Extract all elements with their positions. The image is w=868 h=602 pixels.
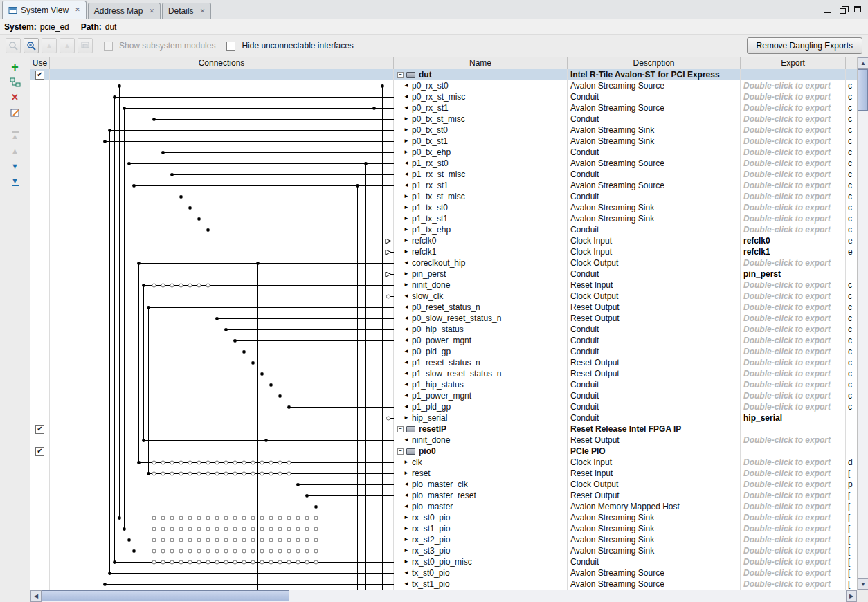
interface-row[interactable]: ◄p1_slow_reset_status_nReset OutputDoubl…	[30, 368, 857, 379]
export-cell[interactable]	[741, 446, 846, 457]
export-cell[interactable]: pin_perst	[741, 268, 846, 280]
connections-cell[interactable]	[50, 435, 394, 446]
name-cell[interactable]: ►refclk1	[394, 246, 568, 257]
connections-cell[interactable]	[50, 257, 394, 268]
export-cell[interactable]: Double-click to export	[741, 468, 846, 479]
name-cell[interactable]: ◄pio_master_clk	[394, 479, 568, 490]
interface-row[interactable]: ►p1_tx_st_miscConduitDouble-click to exp…	[30, 191, 857, 202]
horizontal-scroll-track[interactable]	[42, 590, 846, 602]
connections-cell[interactable]	[50, 169, 394, 180]
connections-cell[interactable]	[50, 346, 394, 357]
export-cell[interactable]	[741, 423, 846, 435]
move-top-button[interactable]: ▲	[6, 129, 24, 143]
move-up-button[interactable]: ▲	[6, 144, 24, 158]
connections-cell[interactable]	[50, 180, 394, 191]
interface-row[interactable]: ►refclk0Clock Inputrefclk0e	[30, 235, 857, 246]
interface-row[interactable]: ►ninit_doneReset InputDouble-click to ex…	[30, 280, 857, 291]
tab-close-icon[interactable]: ✕	[200, 8, 206, 15]
interface-row[interactable]: ◄p0_hip_statusConduitDouble-click to exp…	[30, 324, 857, 335]
export-cell[interactable]: Double-click to export	[741, 102, 846, 113]
interface-row[interactable]: ◄p0_rx_st0Avalon Streaming SourceDouble-…	[30, 80, 857, 91]
connections-cell[interactable]	[50, 578, 394, 590]
export-cell[interactable]: Double-click to export	[741, 556, 846, 567]
export-cell[interactable]: Double-click to export	[741, 346, 846, 357]
connections-cell[interactable]	[50, 335, 394, 346]
name-cell[interactable]: ◄p0_rx_st1	[394, 102, 568, 113]
connections-cell[interactable]	[50, 235, 394, 246]
name-cell[interactable]: ◄p0_reset_status_n	[394, 302, 568, 313]
export-cell[interactable]: Double-click to export	[741, 80, 846, 91]
minimize-icon[interactable]	[824, 12, 831, 13]
interface-row[interactable]: ◄p1_rx_st0Avalon Streaming SourceDouble-…	[30, 158, 857, 169]
export-cell[interactable]: Double-click to export	[741, 313, 846, 324]
collapse-toggle-icon[interactable]	[397, 426, 404, 432]
name-cell[interactable]: ►hip_serial	[394, 412, 568, 423]
name-cell[interactable]: ◄slow_clk	[394, 291, 568, 302]
export-cell[interactable]: Double-click to export	[741, 213, 846, 224]
name-cell[interactable]: ►p0_tx_st1	[394, 136, 568, 147]
tab-details[interactable]: Details ✕	[162, 3, 211, 19]
interface-row[interactable]: ◄p0_reset_status_nReset OutputDouble-cli…	[30, 302, 857, 313]
show-subsystem-checkbox[interactable]	[104, 42, 113, 51]
connections-cell[interactable]	[50, 246, 394, 257]
tab-close-icon[interactable]: ✕	[75, 7, 80, 13]
connections-cell[interactable]	[50, 357, 394, 368]
export-cell[interactable]: Double-click to export	[741, 257, 846, 268]
connections-cell[interactable]	[50, 291, 394, 302]
export-cell[interactable]: Double-click to export	[741, 280, 846, 291]
interface-row[interactable]: ►rx_st2_pioAvalon Streaming SinkDouble-c…	[30, 534, 857, 545]
interface-row[interactable]: ◄p1_rx_st_miscConduitDouble-click to exp…	[30, 169, 857, 180]
export-cell[interactable]: Double-click to export	[741, 202, 846, 213]
interface-row[interactable]: ►clkClock InputDouble-click to exportd	[30, 457, 857, 468]
name-cell[interactable]: ◄tx_st0_pio	[394, 567, 568, 578]
interface-row[interactable]: ►p1_tx_st1Avalon Streaming SinkDouble-cl…	[30, 213, 857, 224]
connections-cell[interactable]	[50, 446, 394, 457]
connections-cell[interactable]	[50, 490, 394, 501]
interface-row[interactable]: ►hip_serialConduithip_serial	[30, 412, 857, 423]
interface-row[interactable]: ◄p0_slow_reset_status_nReset OutputDoubl…	[30, 313, 857, 324]
export-cell[interactable]: Double-click to export	[741, 224, 846, 235]
interface-row[interactable]: ◄tx_st0_pioAvalon Streaming SourceDouble…	[30, 567, 857, 578]
interface-row[interactable]: ◄p1_hip_statusConduitDouble-click to exp…	[30, 379, 857, 390]
edit-export-button[interactable]	[6, 105, 24, 120]
export-cell[interactable]: Double-click to export	[741, 512, 846, 523]
name-cell[interactable]: ►rx_st0_pio_misc	[394, 556, 568, 567]
connections-cell[interactable]	[50, 125, 394, 136]
name-cell[interactable]: ►p1_tx_st1	[394, 213, 568, 224]
filter-button[interactable]	[78, 38, 93, 53]
hide-unconnectable-checkbox[interactable]	[226, 42, 235, 51]
name-cell[interactable]: ►ninit_done	[394, 280, 568, 291]
name-cell[interactable]: ◄p1_hip_status	[394, 379, 568, 390]
interface-row[interactable]: ◄tx_st1_pioAvalon Streaming SourceDouble…	[30, 578, 857, 590]
interface-row[interactable]: ►rx_st0_pioAvalon Streaming SinkDouble-c…	[30, 512, 857, 523]
name-cell[interactable]: ◄p0_rx_st_misc	[394, 91, 568, 102]
export-cell[interactable]: Double-click to export	[741, 545, 846, 556]
export-cell[interactable]: Double-click to export	[741, 180, 846, 191]
vertical-scrollbar[interactable]: ▲ ▼	[857, 57, 868, 590]
interface-row[interactable]: ◄p0_pld_gpConduitDouble-click to exportc	[30, 346, 857, 357]
interface-row[interactable]: ►p0_tx_st0Avalon Streaming SinkDouble-cl…	[30, 125, 857, 136]
export-cell[interactable]: Double-click to export	[741, 368, 846, 379]
move-down-button[interactable]: ▼	[6, 159, 24, 174]
name-cell[interactable]: ◄p0_rx_st0	[394, 80, 568, 91]
interface-row[interactable]: ►p1_tx_ehpConduitDouble-click to exportc	[30, 224, 857, 235]
export-cell[interactable]	[741, 69, 846, 80]
connections-cell[interactable]	[50, 69, 394, 80]
tab-close-icon[interactable]: ✕	[149, 8, 154, 15]
connections-cell[interactable]	[50, 213, 394, 224]
name-cell[interactable]: ◄p0_slow_reset_status_n	[394, 313, 568, 324]
name-cell[interactable]: ◄p1_slow_reset_status_n	[394, 368, 568, 379]
connections-cell[interactable]	[50, 80, 394, 91]
interface-row[interactable]: ►rx_st0_pio_miscConduitDouble-click to e…	[30, 556, 857, 567]
connections-cell[interactable]	[50, 224, 394, 235]
connections-cell[interactable]	[50, 191, 394, 202]
name-cell[interactable]: ◄p1_power_mgnt	[394, 390, 568, 401]
name-cell[interactable]: ◄pio_master	[394, 501, 568, 512]
interface-row[interactable]: ◄slow_clkClock OutputDouble-click to exp…	[30, 291, 857, 302]
name-cell[interactable]: ◄p1_reset_status_n	[394, 357, 568, 368]
remove-button[interactable]: ✕	[6, 90, 24, 104]
name-cell[interactable]: ►p1_tx_st_misc	[394, 191, 568, 202]
name-cell[interactable]: resetIP	[394, 423, 568, 435]
export-cell[interactable]: Double-click to export	[741, 291, 846, 302]
name-cell[interactable]: pio0	[394, 446, 568, 457]
